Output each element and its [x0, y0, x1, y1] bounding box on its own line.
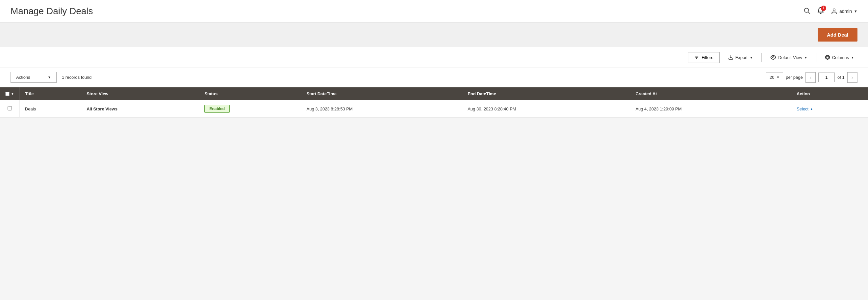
admin-label: admin — [839, 8, 852, 14]
separator-1 — [762, 53, 762, 62]
td-end-datetime: Aug 30, 2023 8:28:40 PM — [462, 100, 630, 118]
view-label: Default View — [778, 55, 802, 60]
page-number-input[interactable] — [818, 73, 835, 82]
separator-2 — [816, 53, 816, 62]
records-found: 1 records found — [62, 75, 91, 80]
th-created-at: Created At — [630, 87, 791, 100]
prev-page-button[interactable]: ‹ — [805, 72, 816, 83]
deals-table: ▼ Title Store View Status Start DateTime… — [0, 87, 868, 118]
next-page-button[interactable]: › — [847, 72, 858, 83]
filters-button[interactable]: path{stroke:#333;stroke-width:2.5;stroke… — [688, 52, 719, 63]
columns-chevron-icon: ▼ — [851, 56, 854, 59]
toolbar-bar: Add Deal — [0, 23, 868, 47]
svg-point-5 — [827, 57, 828, 58]
page-of-total: of 1 — [837, 75, 845, 80]
row-checkbox[interactable] — [7, 106, 12, 110]
per-page-select[interactable]: 20 ▼ — [766, 73, 783, 82]
columns-button[interactable]: Columns ▼ — [822, 52, 858, 63]
td-store-view: All Store Views — [81, 100, 199, 118]
per-page-chevron-icon: ▼ — [776, 76, 779, 79]
admin-chevron-icon: ▼ — [854, 9, 858, 13]
filter-bar: path{stroke:#333;stroke-width:2.5;stroke… — [0, 47, 868, 68]
default-view-button[interactable]: Default View ▼ — [767, 52, 811, 63]
td-action: Select ▲ — [791, 100, 868, 118]
table-body: Deals All Store Views Enabled Aug 3, 202… — [0, 100, 868, 118]
svg-point-2 — [833, 9, 835, 11]
th-checkbox-chevron-icon: ▼ — [11, 92, 14, 96]
table-header: ▼ Title Store View Status Start DateTime… — [0, 87, 868, 100]
per-page-label: per page — [786, 75, 803, 80]
pagination: 20 ▼ per page ‹ of 1 › — [766, 72, 858, 83]
filters-label: Filters — [702, 55, 713, 60]
select-all-checkbox[interactable] — [5, 92, 9, 96]
svg-line-1 — [808, 12, 810, 13]
actions-left: Actions ▼ 1 records found — [10, 72, 91, 83]
notification-badge: 1 — [821, 6, 826, 11]
th-title: Title — [20, 87, 81, 100]
header-right: 1 admin ▼ — [803, 7, 858, 16]
export-label: Export — [735, 55, 748, 60]
columns-label: Columns — [832, 55, 849, 60]
td-start-datetime: Aug 3, 2023 8:28:53 PM — [301, 100, 462, 118]
th-status: Status — [199, 87, 301, 100]
page-title: Manage Daily Deals — [10, 6, 93, 17]
th-action: Action — [791, 87, 868, 100]
search-button[interactable] — [803, 7, 810, 16]
th-checkbox: ▼ — [0, 87, 20, 100]
add-deal-button[interactable]: Add Deal — [818, 28, 858, 42]
view-chevron-icon: ▼ — [804, 56, 807, 59]
export-chevron-icon: ▼ — [749, 56, 753, 59]
export-button[interactable]: Export ▼ — [725, 52, 756, 63]
td-created-at: Aug 4, 2023 1:29:09 PM — [630, 100, 791, 118]
table-row: Deals All Store Views Enabled Aug 3, 202… — [0, 100, 868, 118]
table-container: ▼ Title Store View Status Start DateTime… — [0, 87, 868, 118]
td-status: Enabled — [199, 100, 301, 118]
actions-label: Actions — [16, 75, 30, 80]
actions-chevron-icon: ▼ — [48, 76, 51, 79]
actions-dropdown[interactable]: Actions ▼ — [10, 72, 57, 83]
action-chevron-up-icon: ▲ — [810, 107, 813, 111]
admin-menu-button[interactable]: admin ▼ — [831, 8, 858, 15]
notification-button[interactable]: 1 — [817, 7, 824, 16]
th-store-view: Store View — [81, 87, 199, 100]
per-page-value: 20 — [770, 75, 774, 80]
th-start-datetime: Start DateTime — [301, 87, 462, 100]
table-wrapper: ▼ Title Store View Status Start DateTime… — [0, 87, 868, 118]
td-title: Deals — [20, 100, 81, 118]
top-header: Manage Daily Deals 1 admin ▼ — [0, 0, 868, 23]
actions-bar: Actions ▼ 1 records found 20 ▼ per page … — [0, 68, 868, 87]
action-select-button[interactable]: Select ▲ — [797, 107, 813, 111]
svg-point-4 — [773, 57, 774, 58]
td-checkbox — [0, 100, 20, 118]
th-end-datetime: End DateTime — [462, 87, 630, 100]
